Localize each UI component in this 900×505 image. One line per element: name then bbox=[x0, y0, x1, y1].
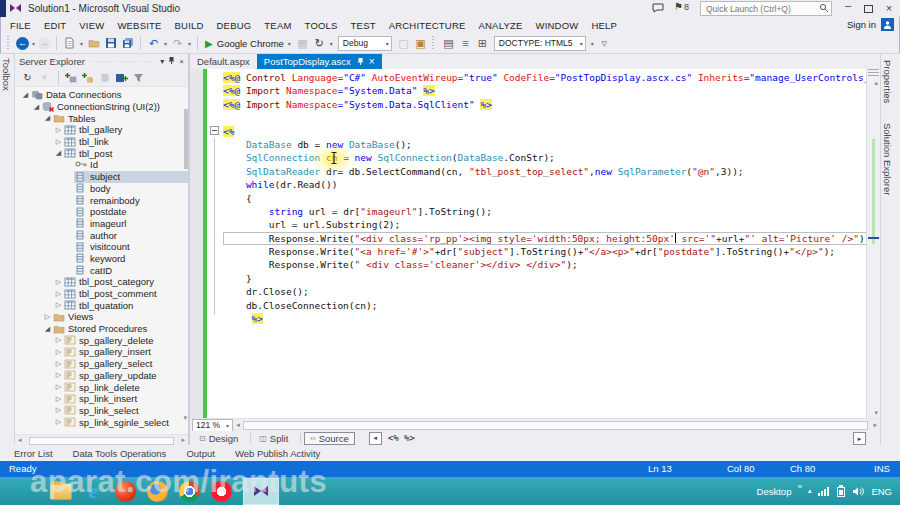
close-button[interactable]: × bbox=[881, 2, 897, 14]
tree-item-views[interactable]: ▷Views bbox=[15, 311, 188, 323]
tree-item-sp-gallery-delete[interactable]: ▷sp_gallery_delete bbox=[15, 334, 188, 346]
pin-tab-icon[interactable] bbox=[357, 57, 364, 66]
code-line[interactable]: } bbox=[223, 272, 867, 285]
refresh-icon[interactable]: ↻ bbox=[312, 36, 327, 51]
splitter-handle[interactable] bbox=[868, 69, 879, 78]
menu-website[interactable]: WEBSITE bbox=[117, 20, 161, 31]
expanded-icon[interactable]: ◢ bbox=[32, 103, 41, 111]
tree-horizontal-scrollbar[interactable]: ◂ ▸ bbox=[15, 434, 188, 445]
code-line[interactable]: string url = dr["imageurl"].ToString(); bbox=[223, 205, 867, 218]
volume-icon[interactable] bbox=[852, 486, 864, 497]
collapsed-icon[interactable]: ▷ bbox=[43, 313, 52, 321]
tree-item-sp-gallery-select[interactable]: ▷sp_gallery_select bbox=[15, 358, 188, 370]
collapsed-icon[interactable]: ▷ bbox=[54, 383, 63, 391]
menu-file[interactable]: FILE bbox=[10, 20, 31, 31]
editor-vertical-scrollbar[interactable]: ▴ ▾ bbox=[866, 69, 880, 418]
tree-item-sp-link-select[interactable]: ▷sp_link_select bbox=[15, 405, 188, 417]
code-line[interactable]: <%@ Import Namespace="System.Data.SqlCli… bbox=[223, 98, 867, 111]
collapsed-icon[interactable]: ▷ bbox=[54, 406, 63, 414]
tree-item-keyword[interactable]: keyword bbox=[15, 253, 188, 265]
sql-add-icon[interactable] bbox=[114, 71, 129, 85]
menu-architecture[interactable]: ARCHITECTURE bbox=[389, 20, 466, 31]
collapsed-icon[interactable]: ▷ bbox=[54, 278, 63, 286]
auto-refresh-icon[interactable] bbox=[131, 71, 146, 85]
collapsed-icon[interactable]: ▷ bbox=[54, 348, 63, 356]
panel-tab-error-list[interactable]: Error List bbox=[14, 448, 53, 459]
collapsed-icon[interactable]: ▷ bbox=[54, 126, 63, 134]
code-line[interactable]: { bbox=[223, 192, 867, 205]
collapsed-icon[interactable]: ▷ bbox=[54, 301, 63, 309]
solution-config-combo[interactable]: Debug▾ bbox=[338, 36, 392, 51]
tree-item-sp-gallery-insert[interactable]: ▷sp_gallery_insert bbox=[15, 346, 188, 358]
menu-help[interactable]: HELP bbox=[591, 20, 617, 31]
tree-item-remainbody[interactable]: remainbody bbox=[15, 194, 188, 206]
collapse-region-icon[interactable] bbox=[210, 126, 219, 135]
menu-window[interactable]: WINDOW bbox=[536, 20, 579, 31]
navigate-forward-icon[interactable]: → bbox=[38, 37, 51, 50]
scrollbar-thumb[interactable] bbox=[29, 437, 174, 445]
dropdown-caret-icon[interactable]: ▾ bbox=[188, 40, 191, 47]
tree-item-subject[interactable]: subject bbox=[15, 171, 188, 183]
quick-launch-input[interactable] bbox=[704, 2, 816, 15]
menu-view[interactable]: VIEW bbox=[79, 20, 104, 31]
tree-item-imageurl[interactable]: imageurl bbox=[15, 218, 188, 230]
close-tab-icon[interactable]: × bbox=[369, 57, 375, 67]
view-tab-design[interactable]: ⊡Design bbox=[194, 432, 243, 445]
navigate-back-icon[interactable]: ← bbox=[16, 37, 29, 50]
code-line[interactable] bbox=[223, 111, 867, 124]
collapsed-icon[interactable]: ▷ bbox=[54, 418, 63, 426]
open-file-icon[interactable] bbox=[86, 36, 101, 51]
code-line[interactable]: <% bbox=[223, 125, 867, 138]
close-panel-icon[interactable]: × bbox=[179, 57, 184, 66]
tree-item-tbl-post-category[interactable]: ▷tbl_post_category bbox=[15, 276, 188, 288]
save-icon[interactable] bbox=[103, 36, 118, 51]
expanded-icon[interactable]: ◢ bbox=[54, 149, 63, 157]
schema-icon[interactable]: ⊞ bbox=[475, 36, 490, 51]
menu-debug[interactable]: DEBUG bbox=[217, 20, 252, 31]
tag-nav-back-icon[interactable]: ◂ bbox=[369, 432, 382, 445]
dropdown-caret-icon[interactable]: ▾ bbox=[164, 40, 167, 47]
stop-refresh-icon[interactable]: × bbox=[37, 71, 52, 85]
pin-icon[interactable] bbox=[168, 56, 175, 67]
view-tab-source[interactable]: ‹›Source bbox=[304, 432, 354, 445]
tree-item-connectionstring-ui-2[interactable]: ◢ConnectionString (UI(2)) bbox=[15, 101, 188, 113]
menu-tools[interactable]: TOOLS bbox=[305, 20, 338, 31]
dropdown-caret-icon[interactable]: ▾ bbox=[591, 40, 594, 47]
tree-item-tbl-quatation[interactable]: ▷tbl_quatation bbox=[15, 299, 188, 311]
code-line[interactable]: url = url.Substring(2); bbox=[223, 218, 867, 231]
connect-server-icon[interactable] bbox=[63, 71, 78, 85]
tab-properties[interactable]: Properties bbox=[881, 54, 894, 107]
collapsed-icon[interactable]: ▷ bbox=[54, 290, 63, 298]
tree-item-author[interactable]: author bbox=[15, 229, 188, 241]
undo-disabled-icon[interactable]: ▢ bbox=[396, 36, 411, 51]
code-editor[interactable]: <%@ Control Language="C#" AutoEventWireu… bbox=[190, 69, 880, 418]
tag-nav-forward-icon[interactable]: ▸ bbox=[853, 432, 866, 445]
indicator-margin[interactable] bbox=[190, 69, 203, 418]
tree-item-data-connections[interactable]: ◢Data Connections bbox=[15, 89, 188, 101]
tree-item-visitcount[interactable]: visitcount bbox=[15, 241, 188, 253]
code-line[interactable]: <%@ Control Language="C#" AutoEventWireu… bbox=[223, 71, 867, 84]
code-line[interactable]: Response.Write("<a href='#'>"+dr["subjec… bbox=[223, 245, 867, 258]
language-indicator[interactable]: ENG bbox=[871, 486, 892, 497]
toolbar-overflow-icon[interactable]: ▿ bbox=[597, 36, 612, 51]
tag-breadcrumb[interactable]: <% %> bbox=[388, 433, 415, 443]
tree-item-tbl-post[interactable]: ◢tbl_post bbox=[15, 147, 188, 159]
search-icon[interactable] bbox=[819, 3, 829, 15]
tree-item-body[interactable]: body bbox=[15, 183, 188, 195]
collapsed-icon[interactable]: ▷ bbox=[54, 371, 63, 379]
collapsed-icon[interactable]: ▷ bbox=[54, 395, 63, 403]
undo-icon[interactable]: ↶ bbox=[146, 36, 161, 51]
scroll-left-icon[interactable]: ◂ bbox=[236, 421, 240, 429]
expanded-icon[interactable]: ◢ bbox=[43, 325, 52, 333]
tree-item-catid[interactable]: catID bbox=[15, 264, 188, 276]
window-position-icon[interactable]: ▾ bbox=[160, 57, 164, 66]
panel-tab-data-tools-operations[interactable]: Data Tools Operations bbox=[73, 448, 167, 459]
attach-process-icon[interactable]: ▦ bbox=[295, 36, 310, 51]
tab-toolbox[interactable]: Toolbox bbox=[0, 54, 13, 95]
menu-build[interactable]: BUILD bbox=[175, 20, 204, 31]
scroll-down-icon[interactable]: ▾ bbox=[874, 409, 878, 417]
tree-item-tables[interactable]: ◢Tables bbox=[15, 112, 188, 124]
tree-item-tbl-post-comment[interactable]: ▷tbl_post_comment bbox=[15, 288, 188, 300]
maximize-button[interactable] bbox=[860, 2, 876, 15]
save-all-icon[interactable] bbox=[120, 36, 135, 51]
